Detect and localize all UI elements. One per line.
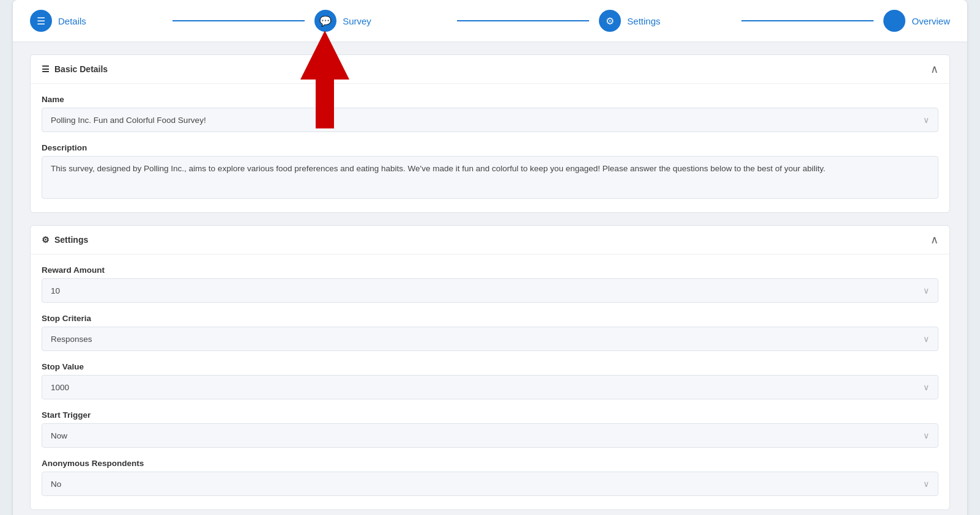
- stop-value-label: Stop Value: [42, 362, 938, 371]
- basic-details-body: Name Polling Inc. Fun and Colorful Food …: [31, 84, 949, 212]
- description-label: Description: [42, 143, 938, 152]
- gear-icon: ⚙: [42, 235, 50, 245]
- description-field-group: Description This survey, designed by Pol…: [42, 143, 938, 199]
- start-trigger-chevron-icon: ∨: [923, 431, 929, 440]
- stop-criteria-chevron-icon: ∨: [923, 334, 929, 344]
- description-value: This survey, designed by Polling Inc., a…: [42, 156, 938, 199]
- name-value: Polling Inc. Fun and Colorful Food Surve…: [42, 108, 938, 132]
- step-details-label: Details: [58, 16, 86, 26]
- list-icon: ☰: [42, 64, 50, 74]
- stop-criteria-field-group: Stop Criteria Responses ∨: [42, 314, 938, 351]
- settings-collapse[interactable]: ∧: [930, 233, 938, 246]
- anonymous-chevron-icon: ∨: [923, 479, 929, 489]
- name-field-group: Name Polling Inc. Fun and Colorful Food …: [42, 95, 938, 132]
- reward-amount-field-group: Reward Amount 10 ∨: [42, 265, 938, 303]
- start-trigger-value: Now ∨: [42, 423, 938, 448]
- settings-header: ⚙ Settings ∧: [31, 226, 949, 254]
- stepper: ☰ Details 💬 Survey ⚙ Settings 👤 Overview: [13, 0, 967, 42]
- step-line-2: [457, 20, 590, 21]
- step-survey-label: Survey: [343, 16, 371, 26]
- basic-details-title: ☰ Basic Details: [42, 64, 108, 74]
- settings-body: Reward Amount 10 ∨ Stop Criteria Respons…: [31, 254, 949, 509]
- step-survey[interactable]: 💬 Survey: [314, 10, 447, 32]
- step-overview-icon: 👤: [883, 10, 905, 32]
- start-trigger-field-group: Start Trigger Now ∨: [42, 410, 938, 448]
- reward-amount-label: Reward Amount: [42, 265, 938, 275]
- anonymous-respondents-field-group: Anonymous Respondents No ∨: [42, 459, 938, 496]
- step-details-icon: ☰: [30, 10, 52, 32]
- step-overview[interactable]: 👤 Overview: [883, 10, 950, 32]
- step-settings-label: Settings: [627, 16, 660, 26]
- settings-card: ⚙ Settings ∧ Reward Amount 10 ∨ Stop Cri…: [30, 225, 950, 510]
- step-overview-label: Overview: [911, 16, 950, 26]
- stop-value-field-group: Stop Value 1000 ∨: [42, 362, 938, 399]
- stop-value-value: 1000 ∨: [42, 375, 938, 399]
- reward-amount-value: 10 ∨: [42, 278, 938, 303]
- stop-criteria-label: Stop Criteria: [42, 314, 938, 323]
- step-settings[interactable]: ⚙ Settings: [599, 10, 732, 32]
- anonymous-respondents-label: Anonymous Respondents: [42, 459, 938, 468]
- basic-details-card: ☰ Basic Details ∧ Name Polling Inc. Fun …: [30, 54, 950, 213]
- basic-details-header: ☰ Basic Details ∧: [31, 55, 949, 84]
- page-wrapper: ☰ Details 💬 Survey ⚙ Settings 👤 Overview: [13, 0, 967, 515]
- reward-chevron-icon: ∨: [923, 286, 929, 295]
- anonymous-respondents-value: No ∨: [42, 472, 938, 496]
- step-survey-icon: 💬: [314, 10, 336, 32]
- step-line-3: [741, 20, 874, 21]
- content-area: ☰ Basic Details ∧ Name Polling Inc. Fun …: [13, 42, 967, 515]
- name-chevron-icon: ∨: [923, 115, 929, 125]
- stop-criteria-value: Responses ∨: [42, 327, 938, 351]
- step-details[interactable]: ☰ Details: [30, 10, 163, 32]
- settings-title: ⚙ Settings: [42, 235, 88, 245]
- step-line-1: [173, 20, 305, 21]
- stop-value-chevron-icon: ∨: [923, 382, 929, 392]
- start-trigger-label: Start Trigger: [42, 410, 938, 420]
- basic-details-collapse[interactable]: ∧: [930, 62, 938, 76]
- name-label: Name: [42, 95, 938, 104]
- step-settings-icon: ⚙: [599, 10, 621, 32]
